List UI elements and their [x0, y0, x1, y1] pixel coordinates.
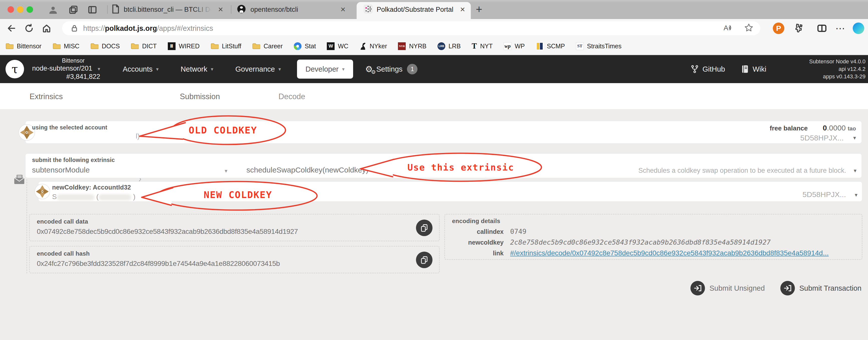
tab-overview-icon[interactable] [69, 5, 78, 16]
browser-tab-polkadot-portal[interactable]: Polkadot/Substrate Portal ✕ [364, 0, 466, 19]
bookmark-career[interactable]: Career [252, 42, 282, 50]
lock-icon [71, 25, 78, 33]
sidebar-panel-icon[interactable] [88, 5, 97, 16]
detail-key-newcoldkey: newcoldkey [452, 239, 504, 246]
new-tab-button[interactable]: + [476, 3, 482, 16]
newcoldkey-identicon[interactable] [35, 184, 50, 200]
bookmark-straitstimes[interactable]: ST StraitsTimes [576, 42, 622, 50]
wiki-link[interactable]: Wiki [742, 65, 766, 73]
url-text: https://polkadot.js.org/apps/#/extrinsic… [83, 24, 213, 33]
nav-governance[interactable]: Governance▾ [224, 55, 292, 83]
nav-developer[interactable]: Developer▾ [297, 60, 353, 79]
bookmark-scmp[interactable]: SCMP [536, 42, 565, 50]
close-tab-icon[interactable]: ✕ [340, 6, 346, 13]
tab-submission[interactable]: Submission [180, 92, 220, 101]
method-description-block: Schedules a coldkey swap operation to be… [638, 167, 857, 175]
sign-in-arrow-icon [780, 281, 795, 296]
read-aloud-icon[interactable]: A [723, 23, 733, 34]
bookmark-lrb[interactable]: LRB LRB [437, 42, 461, 50]
close-tab-icon[interactable]: ✕ [460, 6, 465, 13]
chain-block-number: #3,841,822 [66, 72, 100, 81]
copy-call-data-button[interactable] [416, 220, 433, 236]
newyorker-icon [360, 42, 366, 50]
github-link[interactable]: GitHub [691, 65, 725, 73]
redacted-text [57, 194, 94, 200]
chain-selector[interactable]: Bittensor node-subtensor/201 ▾ #3,841,82… [30, 57, 100, 81]
stat-icon [294, 42, 302, 50]
decode-link[interactable]: #/extrinsics/decode/0x07492c8e758dec5b9c… [510, 249, 829, 257]
nav-network[interactable]: Network▾ [169, 55, 224, 83]
back-icon[interactable] [5, 22, 18, 34]
bookmark-nyrb[interactable]: NYR NYRB [398, 42, 426, 50]
encoding-details-label: encoding details [452, 218, 500, 224]
detail-value-newcoldkey: 2c8e758dec5b9cd0c86e932ce5843f932acab9b2… [510, 238, 829, 246]
envelope-icon [13, 174, 25, 185]
submit-unsigned-button[interactable]: Submit Unsigned [690, 281, 765, 296]
url-bar[interactable]: https://polkadot.js.org/apps/#/extrinsic… [62, 21, 760, 35]
profile-icon[interactable] [48, 5, 58, 16]
encoded-call-data-value: 0x07492c8e758dec5b9cd0c86e932ce5843f932a… [37, 227, 298, 236]
close-tab-icon[interactable]: ✕ [218, 6, 223, 13]
tab-decode[interactable]: Decode [278, 92, 305, 101]
method-select[interactable]: scheduleSwapColdkey(newColdkey) [246, 166, 368, 174]
browser-menu-icon[interactable]: ⋯ [834, 22, 846, 34]
chevron-down-icon: ▾ [156, 66, 158, 72]
browser-tab-opentensor-btcli[interactable]: opentensor/btcli ✕ [237, 0, 352, 19]
minimize-window-button[interactable] [17, 6, 24, 13]
account-balance-block: free balance 0.0000tao 5D58HPJX... ▾ [770, 124, 856, 142]
method-description: Schedules a coldkey swap operation to be… [638, 167, 846, 175]
home-icon[interactable] [40, 22, 53, 34]
refresh-icon[interactable] [23, 22, 35, 34]
free-balance-value: 0.0000tao [823, 124, 856, 132]
chevron-down-icon[interactable]: ▾ [855, 192, 858, 198]
extensions-puzzle-icon[interactable] [792, 22, 803, 34]
tab-divider [107, 5, 108, 14]
nav-settings[interactable]: ⚙⚙ Settings 1 [358, 55, 425, 83]
bookmark-wired[interactable]: Ⅲ WIRED [168, 42, 199, 50]
module-select[interactable]: subtensorModule [32, 166, 90, 174]
nav-accounts[interactable]: Accounts▾ [112, 55, 169, 83]
folder-icon [90, 43, 98, 50]
newcoldkey-value-fragment[interactable]: S ( ) [52, 193, 135, 201]
detail-value-callindex: 0749 [510, 227, 829, 235]
bookmark-nyt[interactable]: T NYT [472, 41, 493, 51]
copy-icon [420, 224, 429, 232]
github-favicon [237, 4, 246, 14]
nyt-icon: T [472, 41, 477, 51]
detail-key-callindex: callindex [452, 228, 504, 235]
sign-in-arrow-icon [690, 281, 705, 296]
chevron-down-icon: ▾ [98, 66, 100, 71]
bookmark-dict[interactable]: DICT [131, 42, 157, 50]
copy-call-hash-button[interactable] [416, 252, 433, 268]
browser-tab-btcli-docs[interactable]: btcli.bittensor_cli — BTCLI Docs ✕ [112, 0, 229, 19]
bookmark-misc[interactable]: MISC [53, 42, 80, 50]
favorite-star-icon[interactable] [744, 23, 754, 34]
copilot-icon[interactable] [852, 22, 865, 34]
bookmark-bittensor[interactable]: Bittensor [5, 42, 41, 50]
wired-icon: Ⅲ [168, 42, 176, 50]
split-screen-icon[interactable] [816, 22, 828, 34]
chevron-down-icon[interactable]: ▾ [854, 167, 857, 174]
folder-icon [211, 43, 219, 50]
account-address-short: 5D58HPJX... [800, 134, 844, 142]
bookmark-stat[interactable]: Stat [294, 42, 316, 50]
annotation-text-new-coldkey: NEW COLDKEY [175, 183, 301, 206]
bookmark-nyker[interactable]: NYker [360, 42, 387, 50]
folder-icon [131, 43, 139, 50]
maximize-window-button[interactable] [27, 6, 33, 13]
chevron-down-icon[interactable]: ▾ [853, 135, 856, 141]
bookmark-litstuff[interactable]: LitStuff [211, 42, 241, 50]
account-row-label: using the selected account [32, 124, 107, 131]
bittensor-logo[interactable]: τ [5, 60, 24, 79]
bookmark-wc[interactable]: W WC [327, 42, 348, 50]
folder-icon [5, 43, 13, 50]
close-window-button[interactable] [7, 6, 14, 13]
bookmark-docs[interactable]: DOCS [90, 42, 120, 50]
bookmark-wp[interactable]: wp WP [504, 42, 525, 50]
chevron-down-icon[interactable]: ▾ [225, 168, 227, 174]
encoded-call-hash-box: encoded call hash 0x24fc27c796be3fdd3235… [29, 246, 440, 273]
submit-transaction-button[interactable]: Submit Transaction [780, 281, 862, 296]
polkadot-extension-icon[interactable]: P [773, 22, 785, 34]
encoded-call-data-label: encoded call data [37, 218, 88, 225]
newcoldkey-address-short: 5D58HPJX... [803, 190, 846, 199]
